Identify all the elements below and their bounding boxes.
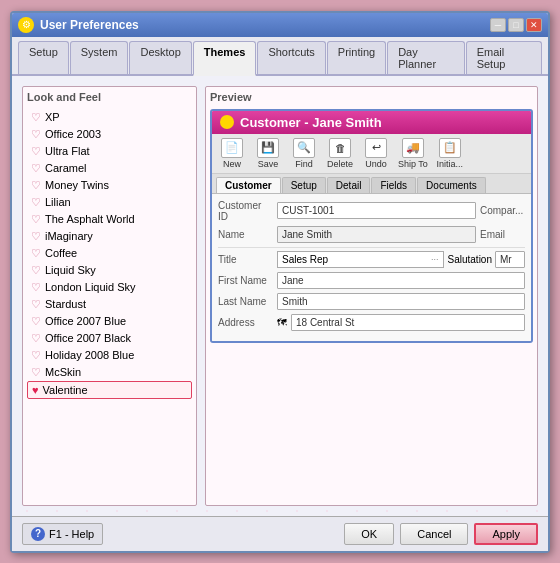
heart-icon-londonliquidsky: ♡ — [31, 281, 41, 294]
content-area: Look and Feel ♡ XP ♡ Office 2003 ♡ Ultra… — [12, 76, 548, 516]
preview-title: Preview — [210, 91, 533, 103]
preview-tabs: Customer Setup Detail Fields Documents — [212, 174, 531, 194]
theme-xp[interactable]: ♡ XP — [27, 109, 192, 126]
toolbar-new[interactable]: 📄 New — [218, 138, 246, 169]
toolbar-find[interactable]: 🔍 Find — [290, 138, 318, 169]
preview-window: Customer - Jane Smith 📄 New 💾 Save 🔍 Fin… — [210, 109, 533, 343]
address-label: Address — [218, 317, 273, 328]
preview-tab-customer[interactable]: Customer — [216, 177, 281, 193]
maximize-button[interactable]: □ — [508, 18, 524, 32]
salutation-input[interactable] — [495, 251, 525, 268]
theme-label-londonliquidsky: London Liquid Sky — [45, 281, 136, 293]
theme-mcskin[interactable]: ♡ McSkin — [27, 364, 192, 381]
tab-desktop[interactable]: Desktop — [129, 41, 191, 74]
heart-icon-office2007black: ♡ — [31, 332, 41, 345]
toolbar-shipto[interactable]: 🚚 Ship To — [398, 138, 428, 169]
heart-icon-caramel: ♡ — [31, 162, 41, 175]
theme-office2007black[interactable]: ♡ Office 2007 Black — [27, 330, 192, 347]
theme-londonliquidsky[interactable]: ♡ London Liquid Sky — [27, 279, 192, 296]
name-row: Name Email — [218, 226, 525, 243]
preview-tab-fields[interactable]: Fields — [371, 177, 416, 193]
heart-icon-lilian: ♡ — [31, 196, 41, 209]
heart-icon-liquidsky: ♡ — [31, 264, 41, 277]
tab-email-setup[interactable]: Email Setup — [466, 41, 542, 74]
tab-themes[interactable]: Themes — [193, 41, 257, 76]
bottom-bar: ? F1 - Help OK Cancel Apply — [12, 516, 548, 551]
theme-moneytwins[interactable]: ♡ Money Twins — [27, 177, 192, 194]
customer-id-input[interactable] — [277, 202, 476, 219]
theme-label-mcskin: McSkin — [45, 366, 81, 378]
theme-label-office2007black: Office 2007 Black — [45, 332, 131, 344]
theme-valentine[interactable]: ♥ Valentine — [27, 381, 192, 399]
address-input[interactable] — [291, 314, 525, 331]
theme-stardust[interactable]: ♡ Stardust — [27, 296, 192, 313]
heart-icon-xp: ♡ — [31, 111, 41, 124]
heart-icon-imaginary: ♡ — [31, 230, 41, 243]
preview-titlebar: Customer - Jane Smith — [212, 111, 531, 134]
preview-tab-detail[interactable]: Detail — [327, 177, 371, 193]
window-icon: ⚙ — [18, 17, 34, 33]
company-label: Compar... — [480, 205, 525, 216]
theme-liquidsky[interactable]: ♡ Liquid Sky — [27, 262, 192, 279]
address-row: Address 🗺 — [218, 314, 525, 331]
preview-tab-setup[interactable]: Setup — [282, 177, 326, 193]
tab-bar: Setup System Desktop Themes Shortcuts Pr… — [12, 37, 548, 76]
theme-lilian[interactable]: ♡ Lilian — [27, 194, 192, 211]
title-buttons: ─ □ ✕ — [490, 18, 542, 32]
tab-printing[interactable]: Printing — [327, 41, 386, 74]
theme-asphalt[interactable]: ♡ The Asphalt World — [27, 211, 192, 228]
preview-form: Customer ID Compar... Name Email Title S… — [212, 194, 531, 341]
divider-1 — [218, 247, 525, 248]
theme-office2003[interactable]: ♡ Office 2003 — [27, 126, 192, 143]
theme-label-caramel: Caramel — [45, 162, 87, 174]
theme-ultraflat[interactable]: ♡ Ultra Flat — [27, 143, 192, 160]
theme-label-asphalt: The Asphalt World — [45, 213, 135, 225]
theme-label-coffee: Coffee — [45, 247, 77, 259]
tab-day-planner[interactable]: Day Planner — [387, 41, 465, 74]
window-title: User Preferences — [40, 18, 139, 32]
title-select[interactable]: Sales Rep ··· — [277, 251, 444, 268]
theme-caramel[interactable]: ♡ Caramel — [27, 160, 192, 177]
help-icon: ? — [31, 527, 45, 541]
theme-imaginary[interactable]: ♡ iMaginary — [27, 228, 192, 245]
heart-icon-valentine: ♥ — [32, 384, 39, 396]
theme-label-lilian: Lilian — [45, 196, 71, 208]
close-button[interactable]: ✕ — [526, 18, 542, 32]
toolbar-delete[interactable]: 🗑 Delete — [326, 138, 354, 169]
tab-setup[interactable]: Setup — [18, 41, 69, 74]
undo-icon: ↩ — [365, 138, 387, 158]
heart-icon-office2007blue: ♡ — [31, 315, 41, 328]
name-label: Name — [218, 229, 273, 240]
theme-holiday2008blue[interactable]: ♡ Holiday 2008 Blue — [27, 347, 192, 364]
name-input[interactable] — [277, 226, 476, 243]
customer-id-row: Customer ID Compar... — [218, 200, 525, 222]
preview-tab-documents[interactable]: Documents — [417, 177, 486, 193]
minimize-button[interactable]: ─ — [490, 18, 506, 32]
theme-label-office2003: Office 2003 — [45, 128, 101, 140]
lastname-label: Last Name — [218, 296, 273, 307]
theme-label-office2007blue: Office 2007 Blue — [45, 315, 126, 327]
heart-icon-mcskin: ♡ — [31, 366, 41, 379]
customer-id-label: Customer ID — [218, 200, 273, 222]
toolbar-undo[interactable]: ↩ Undo — [362, 138, 390, 169]
firstname-row: First Name — [218, 272, 525, 289]
look-feel-title: Look and Feel — [27, 91, 192, 103]
toolbar-save[interactable]: 💾 Save — [254, 138, 282, 169]
theme-label-imaginary: iMaginary — [45, 230, 93, 242]
lastname-input[interactable] — [277, 293, 525, 310]
tab-system[interactable]: System — [70, 41, 129, 74]
heart-icon-moneytwins: ♡ — [31, 179, 41, 192]
ok-button[interactable]: OK — [344, 523, 394, 545]
salutation-label: Salutation — [448, 254, 492, 265]
preview-window-title: Customer - Jane Smith — [240, 115, 382, 130]
theme-coffee[interactable]: ♡ Coffee — [27, 245, 192, 262]
theme-office2007blue[interactable]: ♡ Office 2007 Blue — [27, 313, 192, 330]
toolbar-initia[interactable]: 📋 Initia... — [436, 138, 464, 169]
apply-button[interactable]: Apply — [474, 523, 538, 545]
initia-icon: 📋 — [439, 138, 461, 158]
preview-toolbar: 📄 New 💾 Save 🔍 Find 🗑 Delete — [212, 134, 531, 174]
firstname-input[interactable] — [277, 272, 525, 289]
help-button[interactable]: ? F1 - Help — [22, 523, 103, 545]
cancel-button[interactable]: Cancel — [400, 523, 468, 545]
tab-shortcuts[interactable]: Shortcuts — [257, 41, 325, 74]
